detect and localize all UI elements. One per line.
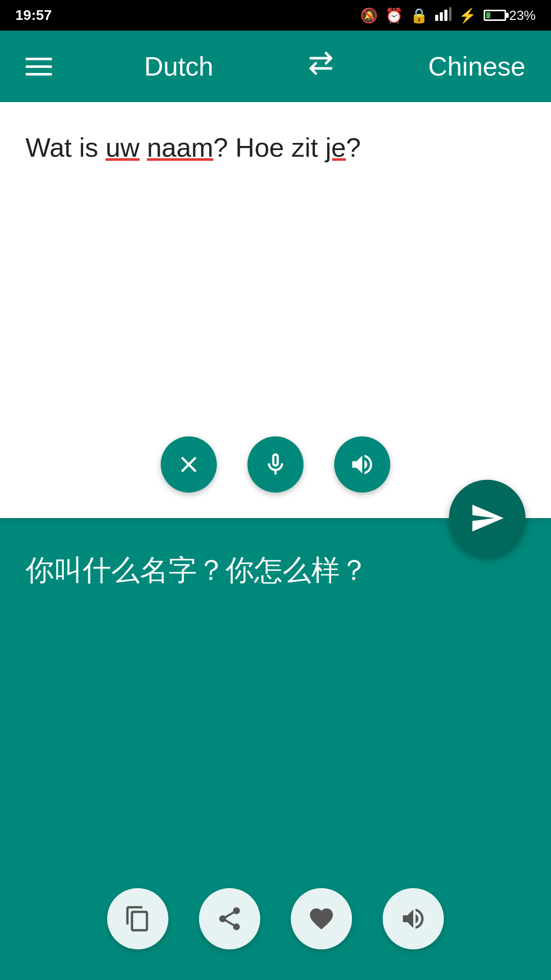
lock-icon: 🔒	[410, 7, 428, 24]
menu-button[interactable]	[26, 58, 52, 76]
translation-text: 你叫什么名字？你怎么样？	[26, 549, 525, 592]
charging-icon: ⚡	[459, 7, 477, 24]
source-panel: Wat is uw naam? Hoe zit je?	[0, 102, 551, 518]
swap-languages-button[interactable]	[306, 48, 336, 85]
nav-bar: Dutch Chinese	[0, 31, 551, 102]
battery-percent: 23%	[509, 8, 536, 23]
svg-rect-0	[435, 15, 438, 21]
svg-rect-3	[449, 7, 452, 21]
signal-icon	[435, 7, 452, 24]
translation-action-buttons	[107, 888, 444, 949]
share-button[interactable]	[199, 888, 260, 949]
favorite-button[interactable]	[291, 888, 352, 949]
source-text-part-6: je	[325, 133, 346, 162]
battery-indicator: 23%	[484, 8, 536, 23]
alarm-icon: ⏰	[385, 7, 403, 24]
target-language-selector[interactable]: Chinese	[428, 51, 525, 82]
microphone-button[interactable]	[247, 436, 304, 493]
source-text-part-3	[139, 133, 146, 162]
status-bar: 19:57 🔕 ⏰ 🔒 ⚡ 23%	[0, 0, 551, 31]
source-text-part-5: ? Hoe zit	[213, 133, 325, 162]
status-time: 19:57	[15, 7, 52, 23]
translation-panel: 你叫什么名字？你怎么样？	[0, 518, 551, 980]
source-action-buttons	[161, 436, 390, 493]
translate-button[interactable]	[449, 480, 525, 556]
speak-translation-button[interactable]	[383, 888, 444, 949]
bell-mute-icon: 🔕	[360, 7, 378, 24]
main-content: Wat is uw naam? Hoe zit je? 你叫什么名字？你怎么样？	[0, 102, 551, 980]
source-text-part-4: naam	[147, 133, 213, 162]
svg-rect-2	[444, 10, 447, 21]
copy-button[interactable]	[107, 888, 168, 949]
source-text[interactable]: Wat is uw naam? Hoe zit je?	[26, 128, 525, 167]
status-icons: 🔕 ⏰ 🔒 ⚡ 23%	[360, 7, 536, 24]
speak-source-button[interactable]	[334, 436, 390, 493]
clear-button[interactable]	[161, 436, 217, 493]
source-text-part-1: Wat is	[26, 133, 106, 162]
svg-rect-1	[440, 12, 443, 21]
source-text-part-7: ?	[346, 133, 361, 162]
source-language-selector[interactable]: Dutch	[144, 51, 213, 82]
source-text-part-2: uw	[106, 133, 139, 162]
